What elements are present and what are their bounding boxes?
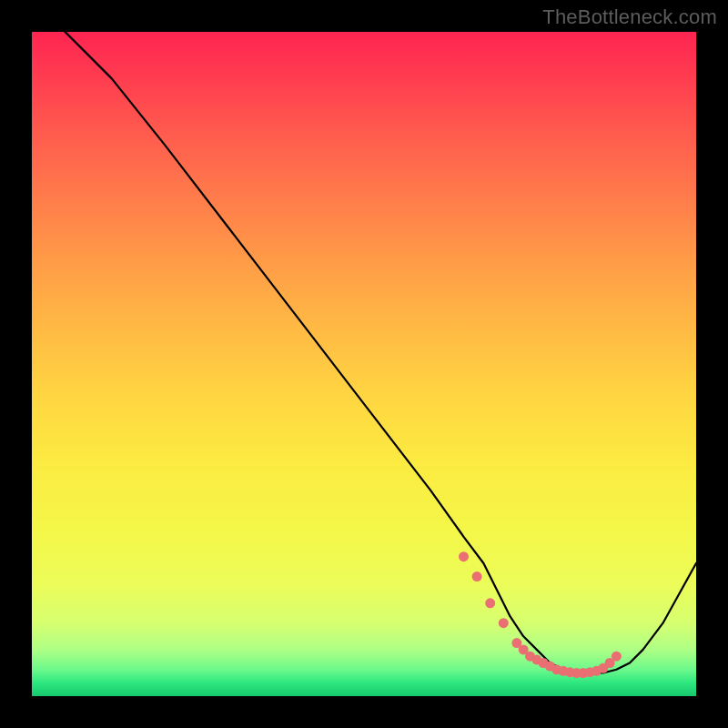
watermark-text: TheBottleneck.com [542, 5, 717, 29]
plot-area [32, 32, 696, 696]
chart-frame: TheBottleneck.com [0, 0, 728, 728]
highlight-dot [472, 571, 482, 581]
chart-svg [32, 32, 696, 696]
bottleneck-curve [66, 32, 697, 673]
highlight-dot [485, 598, 495, 608]
highlight-dot [499, 618, 509, 628]
highlight-dots [459, 551, 622, 678]
highlight-dot [459, 551, 469, 561]
highlight-dot [612, 652, 622, 662]
